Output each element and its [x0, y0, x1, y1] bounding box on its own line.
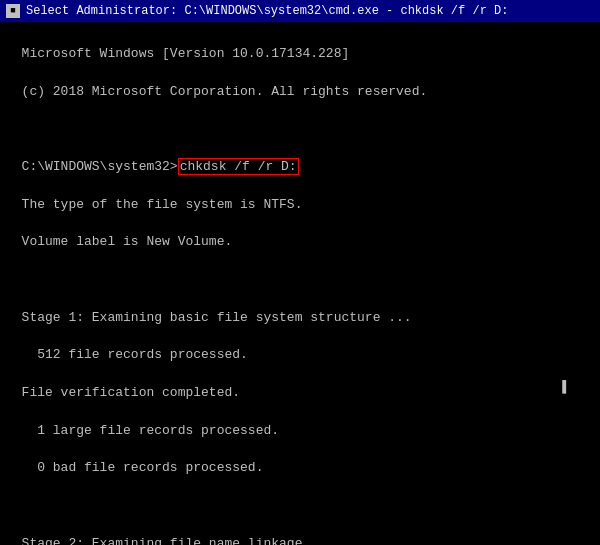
- terminal-body: Microsoft Windows [Version 10.0.17134.22…: [0, 22, 600, 545]
- line-5: The type of the file system is NTFS.: [22, 197, 303, 212]
- line-10: File verification completed.: [22, 385, 240, 400]
- title-bar-icon: ■: [6, 4, 20, 18]
- line-2: (c) 2018 Microsoft Corporation. All righ…: [22, 84, 428, 99]
- title-bar: ■ Select Administrator: C:\WINDOWS\syste…: [0, 0, 600, 22]
- line-12: 0 bad file records processed.: [22, 460, 264, 475]
- line-6: Volume label is New Volume.: [22, 234, 233, 249]
- title-bar-text: Select Administrator: C:\WINDOWS\system3…: [26, 4, 508, 18]
- cursor: ▌: [562, 380, 570, 395]
- line-8: Stage 1: Examining basic file system str…: [22, 310, 412, 325]
- line-1: Microsoft Windows [Version 10.0.17134.22…: [22, 46, 350, 61]
- command-highlight: chkdsk /f /r D:: [178, 158, 299, 175]
- line-14: Stage 2: Examining file name linkage ...: [22, 536, 334, 545]
- line-9: 512 file records processed.: [22, 347, 248, 362]
- prompt: C:\WINDOWS\system32>: [22, 159, 178, 174]
- line-11: 1 large file records processed.: [22, 423, 279, 438]
